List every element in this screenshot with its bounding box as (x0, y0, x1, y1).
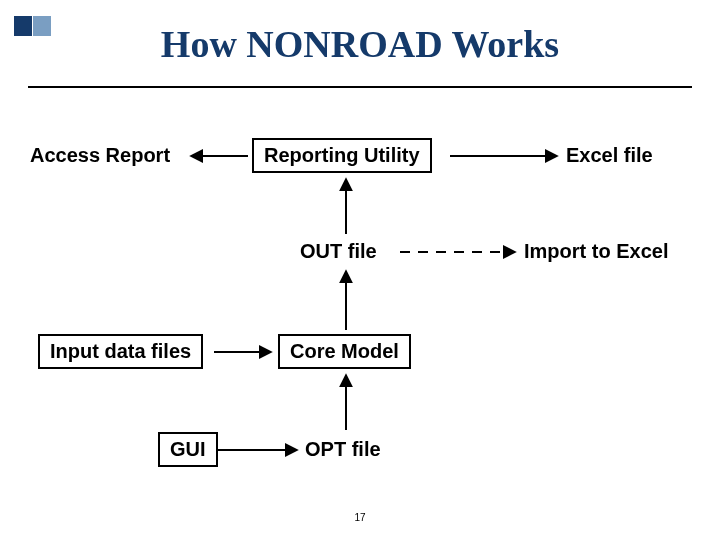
node-opt-file: OPT file (305, 438, 381, 461)
node-reporting-utility: Reporting Utility (252, 138, 432, 173)
node-import-to-excel: Import to Excel (524, 240, 668, 263)
slide-title: How NONROAD Works (0, 22, 720, 66)
node-gui: GUI (158, 432, 218, 467)
node-excel-file: Excel file (566, 144, 653, 167)
page-number: 17 (0, 512, 720, 523)
node-core-model: Core Model (278, 334, 411, 369)
node-out-file: OUT file (300, 240, 377, 263)
node-access-report: Access Report (30, 144, 170, 167)
node-input-data-files: Input data files (38, 334, 203, 369)
title-underline (28, 86, 692, 88)
